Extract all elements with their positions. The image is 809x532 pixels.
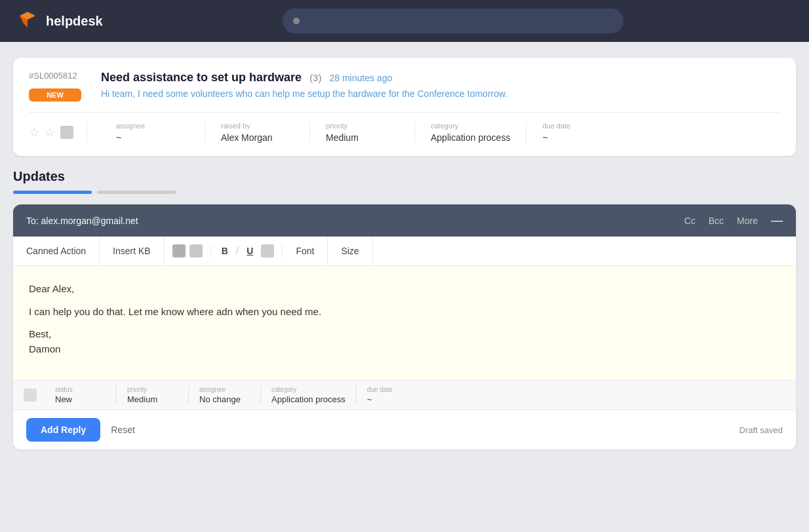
- color-picker-area: [165, 244, 211, 257]
- due-date-value: ~: [542, 132, 616, 143]
- ticket-meta: ☆ ☆ assignee ~ raised by Alex Morgan pri…: [29, 112, 780, 143]
- raised-by-value: Alex Morgan: [221, 132, 294, 143]
- assignee-label: assignee: [116, 122, 189, 130]
- bottom-status-value: New: [55, 394, 106, 404]
- cc-button[interactable]: Cc: [684, 216, 696, 226]
- body-line-3: Best,Damon: [29, 327, 780, 356]
- star-icon-2[interactable]: ☆: [45, 125, 55, 140]
- logo-area: helpdesk: [16, 9, 103, 33]
- ticket-card: #SL0005812 NEW Need assistance to set up…: [13, 58, 796, 156]
- ticket-actions: ☆ ☆: [29, 122, 87, 143]
- progress-bar-active: [13, 191, 92, 194]
- ticket-title: Need assistance to set up hardware: [101, 71, 302, 85]
- star-icon-1[interactable]: ☆: [29, 125, 39, 140]
- ticket-header: #SL0005812 NEW Need assistance to set up…: [29, 71, 780, 102]
- ticket-time: 28 minutes ago: [329, 73, 392, 83]
- meta-priority: priority Medium: [310, 122, 415, 143]
- minimize-button[interactable]: —: [771, 214, 783, 227]
- bottom-assignee-value: No change: [199, 394, 250, 404]
- bottom-category-value: Application process: [271, 394, 345, 404]
- reply-panel: To: alex.morgan@gmail.net Cc Bcc More — …: [13, 204, 796, 449]
- due-date-label: due date: [542, 122, 616, 130]
- more-button[interactable]: More: [737, 216, 758, 226]
- meta-checkbox[interactable]: [24, 389, 37, 402]
- updates-title: Updates: [13, 169, 796, 184]
- body-line-2: I can help you do that. Let me know wher…: [29, 305, 780, 320]
- color-swatch-1[interactable]: [172, 244, 186, 257]
- meta-category: category Application process: [415, 122, 526, 143]
- app-name: helpdesk: [46, 14, 103, 29]
- reply-body[interactable]: Dear Alex, I can help you do that. Let m…: [13, 266, 796, 380]
- reply-footer: Add Reply Reset Draft saved: [13, 409, 796, 449]
- ticket-count: (3): [309, 72, 321, 83]
- reply-toolbar: Canned Action Insert KB B / U Font Size: [13, 237, 796, 266]
- checkbox-icon[interactable]: [60, 126, 73, 139]
- bcc-button[interactable]: Bcc: [709, 216, 724, 226]
- search-icon: [293, 18, 300, 24]
- draft-saved-status: Draft saved: [740, 425, 783, 435]
- font-button[interactable]: Font: [283, 237, 328, 265]
- format-separator: /: [236, 245, 239, 257]
- bottom-assignee-label: assignee: [199, 386, 250, 393]
- bottom-assignee: assignee No change: [189, 386, 261, 404]
- meta-raised-by: raised by Alex Morgan: [205, 122, 310, 143]
- body-line-1: Dear Alex,: [29, 282, 780, 297]
- ticket-title-area: Need assistance to set up hardware (3) 2…: [101, 71, 780, 99]
- format-buttons: B / U: [211, 244, 283, 257]
- progress-bar-inactive: [97, 191, 176, 194]
- ticket-title-row: Need assistance to set up hardware (3) 2…: [101, 71, 780, 85]
- logo-icon: [16, 9, 39, 33]
- status-badge: NEW: [29, 88, 81, 102]
- bottom-due-date-label: due date: [367, 386, 418, 393]
- insert-kb-button[interactable]: Insert KB: [100, 237, 165, 265]
- assignee-value: ~: [116, 132, 189, 143]
- ticket-id: #SL0005812: [29, 71, 88, 81]
- category-label: category: [431, 122, 510, 130]
- bottom-due-date-value: ~: [367, 394, 418, 404]
- top-nav: helpdesk: [0, 0, 809, 42]
- priority-label: priority: [326, 122, 399, 130]
- footer-left: Add Reply Reset: [26, 418, 135, 442]
- reply-to: To: alex.morgan@gmail.net: [26, 216, 138, 226]
- updates-section: Updates: [13, 169, 796, 194]
- main-content: #SL0005812 NEW Need assistance to set up…: [0, 42, 809, 465]
- search-bar[interactable]: [283, 9, 623, 33]
- underline-button[interactable]: U: [244, 244, 256, 257]
- text-color-swatch[interactable]: [261, 244, 274, 257]
- bold-button[interactable]: B: [219, 244, 231, 257]
- bottom-status: status New: [45, 386, 117, 404]
- canned-action-button[interactable]: Canned Action: [13, 237, 100, 265]
- meta-due-date: due date ~: [526, 122, 631, 143]
- size-button[interactable]: Size: [328, 237, 372, 265]
- add-reply-button[interactable]: Add Reply: [26, 418, 100, 442]
- bottom-status-label: status: [55, 386, 106, 393]
- priority-value: Medium: [326, 132, 399, 143]
- bottom-category: category Application process: [261, 386, 357, 404]
- bottom-category-label: category: [271, 386, 345, 393]
- bottom-priority: priority Medium: [117, 386, 189, 404]
- color-swatch-2[interactable]: [189, 244, 203, 257]
- bottom-due-date: due date ~: [357, 386, 429, 404]
- category-value: Application process: [431, 132, 510, 143]
- progress-bar-container: [13, 191, 796, 194]
- ticket-preview: Hi team, I need some volunteers who can …: [101, 88, 780, 99]
- reset-button[interactable]: Reset: [111, 425, 135, 435]
- reply-header: To: alex.morgan@gmail.net Cc Bcc More —: [13, 204, 796, 237]
- bottom-priority-label: priority: [127, 386, 178, 393]
- reply-header-actions: Cc Bcc More —: [684, 214, 783, 227]
- meta-assignee: assignee ~: [100, 122, 205, 143]
- reply-meta-bar: status New priority Medium assignee No c…: [13, 380, 796, 409]
- bottom-priority-value: Medium: [127, 394, 178, 404]
- raised-by-label: raised by: [221, 122, 294, 130]
